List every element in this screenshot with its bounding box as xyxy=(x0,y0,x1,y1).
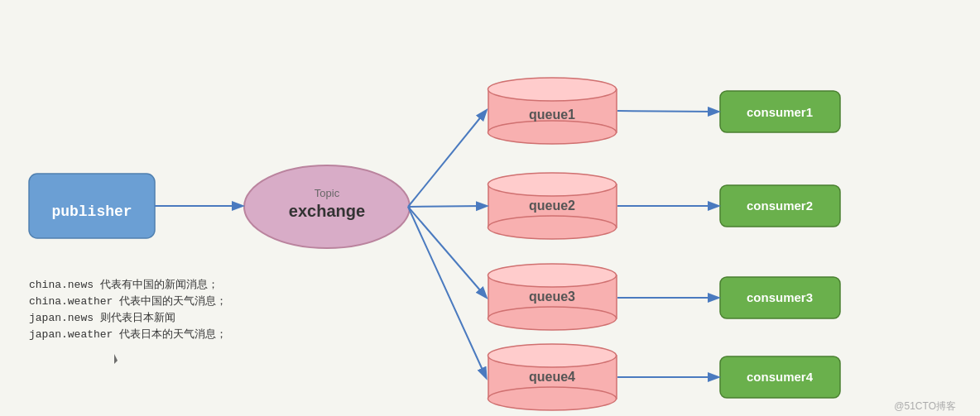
svg-line-24 xyxy=(408,207,486,297)
svg-text:@51CTO搏客: @51CTO搏客 xyxy=(894,400,956,412)
svg-rect-26 xyxy=(720,91,840,132)
svg-rect-32 xyxy=(720,356,840,398)
svg-text:japan.weather  代表日本的天气消息；: japan.weather 代表日本的天气消息； xyxy=(29,328,227,341)
svg-text:china.weather  代表中国的天气消息；: china.weather 代表中国的天气消息； xyxy=(29,295,227,308)
svg-point-11 xyxy=(488,173,617,196)
svg-point-8 xyxy=(488,121,617,144)
svg-rect-18 xyxy=(488,356,617,399)
svg-point-19 xyxy=(488,344,617,367)
svg-rect-14 xyxy=(488,275,617,318)
svg-marker-42 xyxy=(114,354,118,364)
svg-text:consumer1: consumer1 xyxy=(747,105,813,119)
svg-point-7 xyxy=(488,78,617,101)
svg-text:japan.news  则代表日本新闻: japan.news 则代表日本新闻 xyxy=(29,312,175,324)
svg-text:queue1: queue1 xyxy=(529,108,575,122)
svg-point-2 xyxy=(244,165,410,248)
svg-text:consumer4: consumer4 xyxy=(747,370,814,384)
diagram-container: publisher Topic exchange queue1 queue2 q… xyxy=(0,0,980,416)
svg-line-22 xyxy=(408,111,486,207)
svg-text:china.news  代表有中国的新闻消息；: china.news 代表有中国的新闻消息； xyxy=(29,279,219,291)
svg-text:queue3: queue3 xyxy=(529,289,575,304)
svg-text:publisher: publisher xyxy=(51,203,132,220)
arrows-svg: publisher Topic exchange queue1 queue2 q… xyxy=(0,0,980,416)
svg-line-23 xyxy=(408,206,486,207)
svg-rect-30 xyxy=(720,277,840,318)
svg-point-20 xyxy=(488,387,617,410)
svg-line-34 xyxy=(617,111,718,112)
svg-text:consumer3: consumer3 xyxy=(747,290,813,304)
svg-text:exchange: exchange xyxy=(289,202,365,220)
svg-point-15 xyxy=(488,264,617,287)
svg-text:queue4: queue4 xyxy=(529,370,575,384)
svg-line-25 xyxy=(408,207,486,377)
svg-rect-0 xyxy=(29,174,155,238)
svg-text:consumer2: consumer2 xyxy=(747,198,813,213)
svg-rect-28 xyxy=(720,185,840,227)
svg-point-12 xyxy=(488,216,617,239)
svg-text:Topic: Topic xyxy=(315,187,340,199)
svg-rect-6 xyxy=(488,89,617,132)
svg-rect-10 xyxy=(488,184,617,227)
svg-point-16 xyxy=(488,307,617,330)
svg-text:queue2: queue2 xyxy=(529,198,575,213)
